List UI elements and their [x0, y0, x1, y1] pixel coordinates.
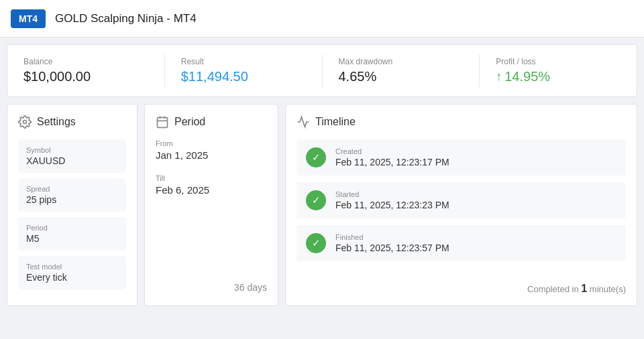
profit-label: Profit / loss [496, 57, 621, 66]
profit-stat: Profit / loss ↑ 14.95% [480, 54, 637, 87]
settings-title: Settings [37, 116, 76, 128]
created-event-label: Created [335, 147, 449, 155]
mt4-badge: MT4 [11, 9, 46, 28]
finished-event-time: Feb 11, 2025, 12:23:57 PM [335, 243, 449, 253]
days-number: 36 [234, 282, 245, 293]
period-value: M5 [26, 233, 118, 244]
completed-prefix: Completed in [527, 284, 579, 294]
till-label: Till [156, 174, 267, 182]
timeline-text-started: Started Feb 11, 2025, 12:23:23 PM [335, 190, 449, 210]
test-model-setting: Test model Every tick [18, 256, 126, 289]
test-model-label: Test model [26, 263, 118, 271]
till-value: Feb 6, 2025 [156, 184, 267, 196]
period-panel: Period From Jan 1, 2025 Till Feb 6, 2025… [144, 104, 278, 306]
balance-value: $10,000.00 [23, 69, 148, 84]
result-value: $11,494.50 [181, 69, 306, 84]
period-label: Period [26, 224, 118, 232]
spread-label: Spread [26, 185, 118, 193]
result-label: Result [181, 57, 306, 66]
period-setting: Period M5 [18, 217, 126, 251]
timeline-item-started: ✓ Started Feb 11, 2025, 12:23:23 PM [297, 182, 626, 218]
period-days: 36days [156, 277, 267, 295]
finished-event-label: Finished [335, 233, 449, 241]
symbol-label: Symbol [26, 146, 118, 154]
symbol-value: XAUUSD [26, 155, 118, 166]
spread-setting: Spread 25 pips [18, 178, 126, 212]
balance-stat: Balance $10,000.00 [7, 54, 165, 87]
completed-value: 1 [581, 283, 587, 294]
page-title: GOLD Scalping Ninja - MT4 [55, 12, 197, 25]
drawdown-stat: Max drawdown 4.65% [323, 54, 480, 87]
timeline-text-finished: Finished Feb 11, 2025, 12:23:57 PM [335, 233, 449, 253]
result-stat: Result $11,494.50 [165, 54, 323, 87]
from-label: From [156, 139, 267, 147]
stats-bar: Balance $10,000.00 Result $11,494.50 Max… [7, 44, 637, 97]
spread-value: 25 pips [26, 194, 118, 205]
profit-pct: 14.95% [504, 69, 550, 84]
symbol-setting: Symbol XAUUSD [18, 139, 126, 173]
check-icon-created: ✓ [306, 147, 326, 167]
up-arrow-icon: ↑ [496, 70, 502, 84]
from-field: From Jan 1, 2025 [156, 139, 267, 161]
header: MT4 GOLD Scalping Ninja - MT4 [0, 0, 644, 38]
period-title: Period [174, 116, 205, 128]
timeline-item-finished: ✓ Finished Feb 11, 2025, 12:23:57 PM [297, 225, 626, 261]
timeline-item-created: ✓ Created Feb 11, 2025, 12:23:17 PM [297, 139, 626, 176]
timeline-text-created: Created Feb 11, 2025, 12:23:17 PM [335, 147, 449, 167]
till-field: Till Feb 6, 2025 [156, 174, 267, 196]
settings-header: Settings [18, 115, 126, 129]
svg-rect-1 [158, 117, 168, 127]
period-header: Period [156, 115, 267, 129]
from-value: Jan 1, 2025 [156, 149, 267, 161]
test-model-value: Every tick [26, 272, 118, 283]
timeline-title: Timeline [315, 116, 356, 128]
completed-footer: Completed in 1 minute(s) [297, 276, 626, 295]
check-icon-finished: ✓ [306, 233, 326, 253]
started-event-label: Started [335, 190, 449, 198]
timeline-header: Timeline [297, 115, 626, 129]
timeline-icon [297, 115, 310, 129]
main-content: Settings Symbol XAUUSD Spread 25 pips Pe… [0, 104, 644, 313]
created-event-time: Feb 11, 2025, 12:23:17 PM [335, 157, 449, 167]
drawdown-label: Max drawdown [339, 57, 464, 66]
drawdown-value: 4.65% [339, 69, 464, 84]
settings-panel: Settings Symbol XAUUSD Spread 25 pips Pe… [7, 104, 138, 306]
days-label: days [247, 282, 267, 293]
calendar-icon [156, 115, 169, 129]
completed-suffix: minute(s) [590, 284, 626, 294]
profit-value: ↑ 14.95% [496, 69, 621, 84]
timeline-panel: Timeline ✓ Created Feb 11, 2025, 12:23:1… [285, 104, 637, 306]
started-event-time: Feb 11, 2025, 12:23:23 PM [335, 200, 449, 210]
check-icon-started: ✓ [306, 190, 326, 210]
balance-label: Balance [23, 57, 148, 66]
gear-icon [18, 115, 32, 129]
svg-point-0 [23, 121, 27, 124]
